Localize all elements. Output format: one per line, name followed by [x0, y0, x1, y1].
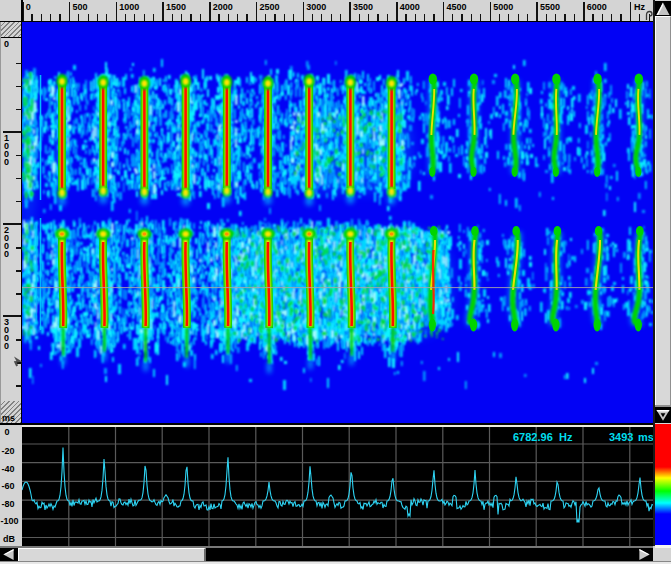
svg-text:3493: 3493	[609, 431, 633, 443]
svg-text:ms: ms	[638, 431, 654, 443]
svg-text:Hz: Hz	[559, 431, 573, 443]
svg-text:6782.96: 6782.96	[513, 431, 553, 443]
